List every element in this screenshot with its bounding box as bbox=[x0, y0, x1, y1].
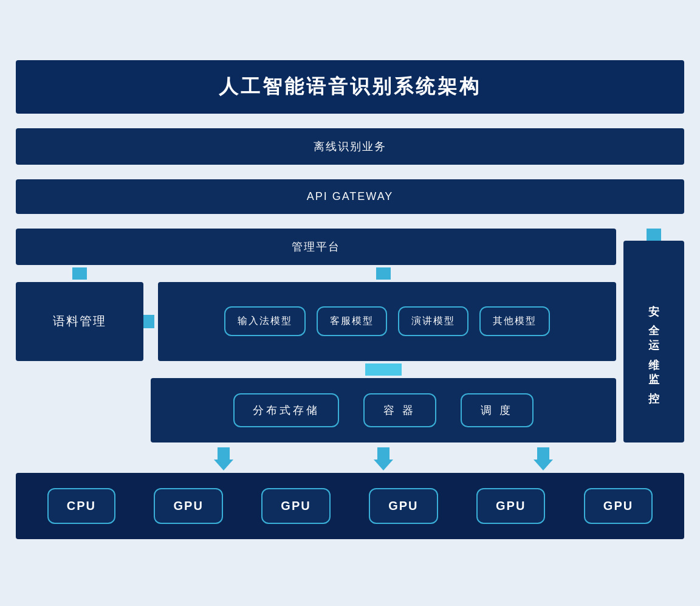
hw-gpu-4: GPU bbox=[476, 488, 545, 524]
left-connector bbox=[16, 267, 143, 280]
security-label: 安 全 bbox=[647, 296, 661, 319]
right-sidebar: 安 全 运 维 监 控 bbox=[623, 229, 684, 442]
mgmt-left-portion: 管理平台 bbox=[16, 229, 616, 442]
middle-section: 语料管理 输入法模型 客服模型 演讲模型 bbox=[16, 282, 616, 361]
hw-cpu: CPU bbox=[47, 488, 115, 524]
arrow-3 bbox=[534, 447, 553, 470]
spacer-left bbox=[16, 363, 143, 376]
hardware-arrows-row bbox=[16, 447, 684, 470]
arrow-2 bbox=[374, 447, 393, 470]
mgmt-platform-block: 管理平台 bbox=[16, 229, 616, 265]
model-other: 其他模型 bbox=[479, 306, 550, 336]
wide-connector-rect bbox=[365, 363, 402, 376]
horizontal-connector bbox=[143, 315, 154, 328]
hw-gpu-3: GPU bbox=[369, 488, 437, 524]
hardware-row: CPU GPU GPU GPU GPU GPU bbox=[16, 473, 684, 539]
model-presentation: 演讲模型 bbox=[398, 306, 468, 336]
title-block: 人工智能语音识别系统架构 bbox=[16, 60, 684, 114]
offline-layer: 离线识别业务 bbox=[16, 128, 684, 165]
monitor-label: 监 控 bbox=[647, 364, 661, 387]
ops-label: 运 维 bbox=[647, 330, 661, 353]
infra-section: 分布式存储 容 器 调 度 bbox=[16, 378, 616, 442]
mgmt-right-wrapper: 管理平台 bbox=[16, 229, 684, 442]
page-title: 人工智能语音识别系统架构 bbox=[16, 74, 684, 100]
arrows-container bbox=[143, 447, 623, 470]
infra-connector bbox=[151, 363, 616, 376]
right-top-connector bbox=[647, 229, 661, 241]
infra-block: 分布式存储 容 器 调 度 bbox=[151, 378, 616, 442]
hw-gpu-5: GPU bbox=[584, 488, 653, 524]
hw-gpu-1: GPU bbox=[154, 488, 222, 524]
main-container: 人工智能语音识别系统架构 离线识别业务 API GATEWAY 管理平台 bbox=[16, 48, 684, 559]
model-input: 输入法模型 bbox=[224, 306, 306, 336]
infra-spacer-left bbox=[16, 378, 143, 442]
security-ops-block: 安 全 运 维 监 控 bbox=[623, 241, 684, 442]
middle-connector bbox=[151, 267, 616, 280]
api-gateway-layer: API GATEWAY bbox=[16, 179, 684, 214]
infra-scheduler: 调 度 bbox=[461, 393, 534, 427]
connector-rect-left bbox=[72, 267, 87, 280]
models-block: 输入法模型 客服模型 演讲模型 其他模型 bbox=[158, 282, 616, 361]
arrow-1 bbox=[214, 447, 233, 470]
infra-container: 容 器 bbox=[363, 393, 436, 427]
model-customer: 客服模型 bbox=[317, 306, 387, 336]
corpus-management-block: 语料管理 bbox=[16, 282, 143, 361]
hw-gpu-2: GPU bbox=[261, 488, 330, 524]
infra-storage: 分布式存储 bbox=[233, 393, 339, 427]
architecture-diagram: 人工智能语音识别系统架构 离线识别业务 API GATEWAY 管理平台 bbox=[16, 60, 684, 546]
connector-rect-middle bbox=[376, 267, 391, 280]
infra-connector-row bbox=[16, 363, 616, 376]
